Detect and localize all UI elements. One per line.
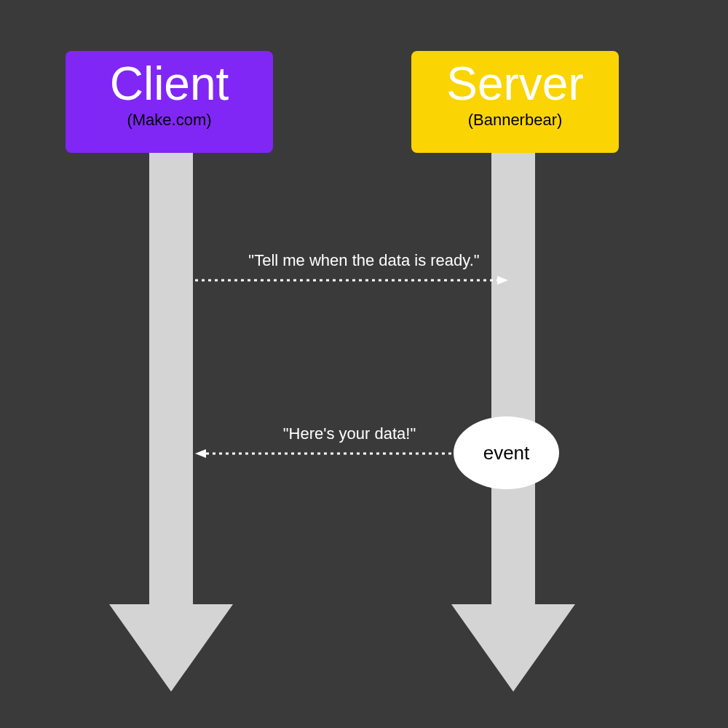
event-label: event (483, 442, 530, 464)
server-box: Server (Bannerbear) (411, 51, 619, 153)
event-node: event (454, 416, 559, 489)
request-arrow-icon (195, 275, 508, 284)
server-subtitle: (Bannerbear) (411, 111, 619, 130)
svg-marker-3 (195, 449, 206, 458)
client-subtitle: (Make.com) (66, 111, 273, 130)
server-title: Server (411, 58, 619, 109)
client-box: Client (Make.com) (66, 51, 273, 153)
client-timeline-arrow-icon (109, 153, 233, 692)
request-message: "Tell me when the data is ready." (226, 251, 502, 270)
response-arrow-icon (195, 448, 464, 457)
svg-marker-1 (497, 276, 508, 285)
response-message: "Here's your data!" (240, 424, 459, 443)
client-title: Client (66, 58, 273, 109)
